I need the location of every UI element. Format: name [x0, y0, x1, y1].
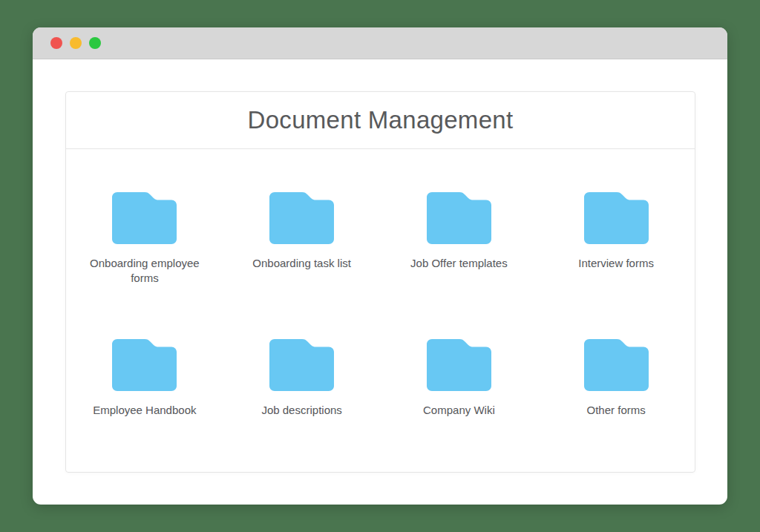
folder-icon [112, 339, 177, 391]
folder-label: Onboarding employee forms [79, 256, 210, 286]
folder-label: Interview forms [578, 256, 654, 271]
panel-header: Document Management [66, 92, 695, 149]
document-management-panel: Document Management Onboarding employee … [65, 91, 695, 473]
folder-employee-handbook[interactable]: Employee Handbook [66, 339, 223, 473]
folder-icon [427, 339, 491, 391]
window-titlebar [33, 27, 727, 59]
folder-label: Job Offer templates [410, 256, 508, 271]
folder-interview-forms[interactable]: Interview forms [537, 192, 695, 339]
folder-label: Employee Handbook [93, 403, 196, 418]
folder-icon [584, 192, 649, 244]
folder-icon [269, 339, 334, 391]
close-button[interactable] [50, 37, 62, 49]
folder-icon [269, 192, 334, 244]
page-title: Document Management [248, 106, 514, 134]
folder-other-forms[interactable]: Other forms [537, 339, 695, 473]
folder-company-wiki[interactable]: Company Wiki [381, 339, 538, 473]
folder-icon [112, 192, 177, 244]
folder-label: Onboarding task list [252, 256, 351, 271]
folder-job-offer-templates[interactable]: Job Offer templates [381, 192, 538, 339]
folder-job-descriptions[interactable]: Job descriptions [223, 339, 381, 473]
maximize-button[interactable] [89, 37, 101, 49]
minimize-button[interactable] [70, 37, 82, 49]
folder-label: Job descriptions [261, 403, 341, 418]
folder-onboarding-employee-forms[interactable]: Onboarding employee forms [66, 192, 223, 339]
folder-grid: Onboarding employee forms Onboarding tas… [66, 149, 695, 473]
folder-icon [584, 339, 649, 391]
folder-label: Company Wiki [423, 403, 495, 418]
browser-window: Document Management Onboarding employee … [33, 27, 727, 505]
desktop-background: { "window": { "traffic_lights": { "close… [0, 0, 760, 532]
folder-icon [427, 192, 491, 244]
folder-label: Other forms [587, 403, 646, 418]
folder-onboarding-task-list[interactable]: Onboarding task list [223, 192, 381, 339]
